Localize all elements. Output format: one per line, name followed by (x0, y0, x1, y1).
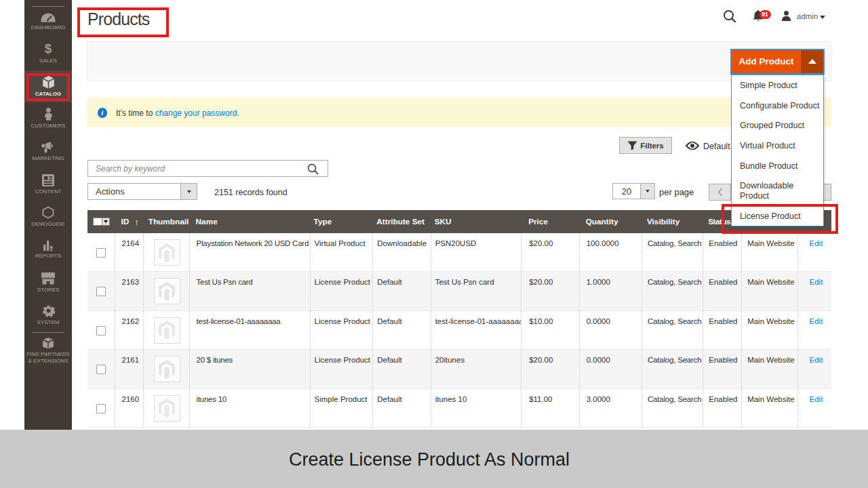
svg-text:$: $ (45, 41, 52, 56)
